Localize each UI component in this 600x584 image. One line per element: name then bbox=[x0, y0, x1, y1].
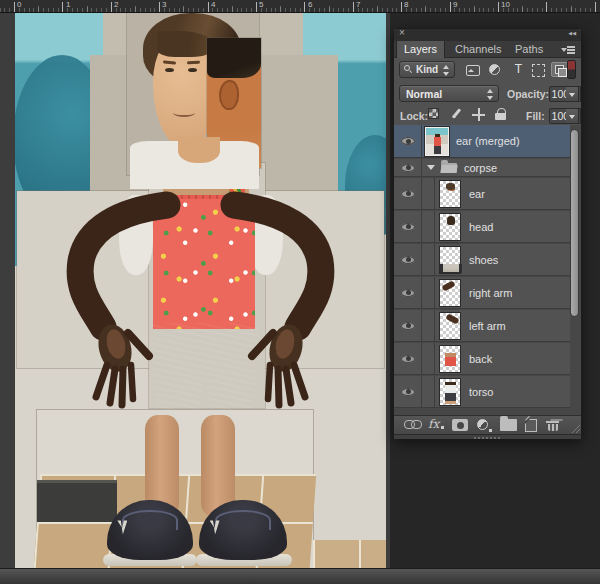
ruler-label: 8 bbox=[404, 0, 408, 9]
close-icon[interactable]: × bbox=[399, 27, 405, 38]
layer-name: ear (merged) bbox=[456, 135, 520, 147]
new-group-icon[interactable] bbox=[500, 419, 517, 431]
layer-name: shoes bbox=[469, 254, 498, 266]
layer-name: corpse bbox=[464, 162, 497, 174]
layer-row-shoes[interactable]: shoes bbox=[394, 244, 570, 276]
layer-thumbnail[interactable] bbox=[439, 180, 461, 208]
panel-resize-gutter[interactable] bbox=[394, 434, 581, 439]
layer-name: torso bbox=[469, 386, 493, 398]
group-indent-line bbox=[434, 178, 435, 209]
layers-scrollbar[interactable] bbox=[570, 129, 579, 317]
adjustment-icon bbox=[489, 64, 500, 75]
filter-row: Kind T bbox=[394, 59, 581, 82]
visibility-toggle[interactable] bbox=[394, 277, 422, 308]
visibility-toggle[interactable] bbox=[394, 211, 422, 242]
layer-row-ear-merged[interactable]: ear (merged) bbox=[394, 125, 570, 158]
blend-mode-value: Normal bbox=[406, 88, 442, 100]
layer-row-left-arm[interactable]: left arm bbox=[394, 310, 570, 342]
eye-icon bbox=[401, 164, 415, 172]
eye-icon bbox=[401, 137, 415, 145]
layer-row-torso[interactable]: torso bbox=[394, 376, 570, 408]
layer-row-back[interactable]: back bbox=[394, 343, 570, 375]
link-layers-icon[interactable] bbox=[404, 419, 421, 428]
ruler-label: 7 bbox=[356, 0, 360, 9]
layer-row-ear[interactable]: ear bbox=[394, 178, 570, 210]
canvas-shoe-trim bbox=[122, 510, 177, 530]
canvas-neck bbox=[178, 137, 220, 163]
layer-thumbnail[interactable] bbox=[439, 378, 461, 406]
canvas-tile-floor-right bbox=[313, 540, 386, 568]
new-layer-icon[interactable] bbox=[525, 419, 537, 432]
eye-icon bbox=[401, 289, 415, 297]
layer-thumbnail[interactable] bbox=[439, 279, 461, 307]
lock-transparency-icon[interactable] bbox=[428, 108, 439, 119]
updown-arrows-icon bbox=[487, 89, 494, 100]
opacity-label: Opacity: bbox=[507, 88, 549, 100]
visibility-toggle[interactable] bbox=[394, 159, 422, 176]
layers-panel: × ◀◀ Layers Channels Paths Kind T Normal bbox=[393, 28, 582, 439]
panel-menu-icon[interactable] bbox=[561, 46, 575, 54]
ruler-label: 2 bbox=[114, 0, 118, 9]
layer-thumbnail[interactable] bbox=[439, 312, 461, 340]
filter-kind-dropdown[interactable]: Kind bbox=[399, 61, 455, 78]
status-bar bbox=[0, 568, 600, 584]
tab-layers[interactable]: Layers bbox=[396, 41, 445, 58]
new-adjustment-layer-icon[interactable] bbox=[477, 419, 490, 432]
lock-row: Lock: Fill: 100% bbox=[394, 106, 581, 125]
visibility-toggle[interactable] bbox=[394, 178, 422, 209]
filter-smart-objects-icon[interactable] bbox=[551, 62, 568, 77]
layer-thumbnail[interactable] bbox=[439, 345, 461, 373]
ruler-major-ticks bbox=[0, 2, 600, 12]
tab-paths[interactable]: Paths bbox=[508, 41, 550, 58]
ruler-label: 10 bbox=[501, 0, 510, 9]
opacity-dropdown-arrow[interactable] bbox=[566, 86, 579, 102]
visibility-toggle[interactable] bbox=[394, 343, 422, 374]
ruler-label: 6 bbox=[308, 0, 312, 9]
filter-shape-layers-icon[interactable] bbox=[530, 62, 547, 77]
canvas-mouth bbox=[173, 109, 195, 117]
visibility-toggle[interactable] bbox=[394, 376, 422, 407]
group-expand-caret[interactable] bbox=[427, 165, 435, 170]
layer-row-right-arm[interactable]: right arm bbox=[394, 277, 570, 309]
filter-on-off-toggle[interactable] bbox=[567, 60, 576, 79]
ruler-label: 4 bbox=[211, 0, 215, 9]
filter-kind-label: Kind bbox=[416, 64, 438, 75]
layer-thumbnail[interactable] bbox=[439, 213, 461, 241]
layer-thumbnail[interactable] bbox=[425, 127, 449, 156]
fill-dropdown-arrow[interactable] bbox=[566, 108, 579, 124]
layer-name: head bbox=[469, 221, 493, 233]
lock-all-icon[interactable] bbox=[494, 108, 508, 121]
layer-styles-icon[interactable]: fx bbox=[428, 417, 439, 431]
filter-pixel-layers-icon[interactable] bbox=[464, 62, 481, 77]
layer-thumbnail[interactable] bbox=[439, 246, 461, 274]
delete-layer-icon[interactable] bbox=[546, 419, 559, 431]
group-indent-line bbox=[434, 376, 435, 407]
eye-icon bbox=[401, 355, 415, 363]
eye-icon bbox=[401, 256, 415, 264]
lock-position-icon[interactable] bbox=[472, 108, 486, 121]
document-canvas[interactable] bbox=[15, 13, 386, 568]
panel-footer-toolbar: fx bbox=[394, 415, 581, 434]
search-icon bbox=[404, 65, 410, 71]
blend-mode-dropdown[interactable]: Normal bbox=[399, 85, 499, 102]
tab-channels[interactable]: Channels bbox=[448, 41, 508, 58]
layer-name: right arm bbox=[469, 287, 512, 299]
filter-type-layers-icon[interactable]: T bbox=[510, 62, 527, 77]
visibility-toggle[interactable] bbox=[394, 310, 422, 341]
panel-resize-grip[interactable] bbox=[570, 423, 580, 433]
horizontal-ruler[interactable]: 0 1 2 3 4 5 6 7 8 9 10 bbox=[0, 0, 600, 13]
layer-row-head[interactable]: head bbox=[394, 211, 570, 243]
layer-name: ear bbox=[469, 188, 485, 200]
layer-name: left arm bbox=[469, 320, 506, 332]
collapse-panel-icon[interactable]: ◀◀ bbox=[568, 30, 576, 36]
add-layer-mask-icon[interactable] bbox=[452, 419, 468, 431]
lock-label: Lock: bbox=[400, 110, 428, 122]
panel-header-bar[interactable]: × ◀◀ bbox=[394, 29, 581, 41]
canvas-profile-hair bbox=[207, 38, 261, 78]
visibility-toggle[interactable] bbox=[394, 125, 422, 157]
visibility-toggle[interactable] bbox=[394, 244, 422, 275]
panel-tab-bar: Layers Channels Paths bbox=[394, 41, 581, 58]
layer-row-corpse-group[interactable]: corpse bbox=[394, 159, 570, 177]
lock-pixels-icon[interactable] bbox=[450, 108, 464, 121]
filter-adjustment-layers-icon[interactable] bbox=[487, 62, 504, 77]
